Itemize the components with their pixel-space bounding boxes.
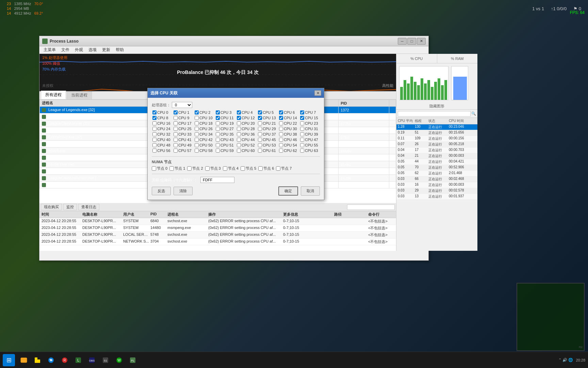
taskbar-game2[interactable]: L [72, 354, 84, 366]
cpu-37-item[interactable]: CPU 37 [257, 132, 278, 137]
cpu-24-checkbox[interactable] [152, 127, 157, 131]
cpu-41-item[interactable]: CPU 41 [173, 137, 193, 142]
cpu-45-item[interactable]: CPU 45 [257, 137, 278, 142]
cpu-62-item[interactable]: CPU 62 [278, 148, 299, 153]
cancel-button[interactable]: 取消 [301, 186, 320, 196]
numa-0-checkbox[interactable] [152, 166, 156, 171]
cpu-5-checkbox[interactable] [258, 110, 262, 114]
cpu-39-item[interactable]: CPU 39 [299, 132, 320, 137]
cpu-63-checkbox[interactable] [300, 149, 304, 153]
cpu-25-item[interactable]: CPU 25 [173, 126, 193, 131]
cpu-10-checkbox[interactable] [195, 116, 199, 120]
cpu-19-checkbox[interactable] [216, 121, 220, 125]
cpu-1-checkbox[interactable] [174, 110, 178, 114]
cpu-46-checkbox[interactable] [279, 138, 283, 142]
numa-4-item[interactable]: 节点 4 [223, 166, 239, 171]
cpu-56-checkbox[interactable] [152, 149, 157, 153]
cpu-42-item[interactable]: CPU 42 [194, 137, 214, 142]
cpu-7-checkbox[interactable] [300, 110, 304, 114]
cpu-14-item[interactable]: CPU 14 [278, 116, 299, 120]
cpu-20-item[interactable]: CPU 20 [236, 121, 257, 126]
cpu-39-checkbox[interactable] [300, 132, 304, 136]
cpu-38-checkbox[interactable] [279, 132, 283, 136]
start-button[interactable]: ⊞ [3, 354, 15, 366]
cpu-61-item[interactable]: CPU 61 [257, 148, 278, 153]
cpu-9-checkbox[interactable] [174, 116, 178, 120]
cpu-18-checkbox[interactable] [195, 121, 199, 125]
cpu-44-item[interactable]: CPU 44 [236, 137, 257, 142]
cpu-53-checkbox[interactable] [258, 143, 262, 147]
affinity-input[interactable] [200, 177, 234, 183]
cpu-46-item[interactable]: CPU 46 [278, 137, 299, 142]
taskbar-app3[interactable]: W [113, 354, 125, 366]
cpu-3-checkbox[interactable] [216, 110, 220, 114]
reverse-button[interactable]: 反选 [152, 187, 171, 195]
cpu-28-checkbox[interactable] [237, 127, 241, 131]
cpu-1-item[interactable]: CPU 1 [173, 110, 193, 115]
cpu-9-item[interactable]: CPU 9 [173, 116, 193, 120]
clear-button[interactable]: 清除 [174, 187, 193, 195]
cpu-59-checkbox[interactable] [216, 149, 220, 153]
cpu-6-item[interactable]: CPU 6 [278, 110, 299, 115]
cpu-3-item[interactable]: CPU 3 [215, 110, 235, 115]
numa-4-checkbox[interactable] [223, 166, 227, 171]
numa-7-checkbox[interactable] [276, 166, 280, 171]
cpu-54-item[interactable]: CPU 54 [278, 143, 299, 148]
cpu-16-checkbox[interactable] [152, 121, 157, 125]
cpu-55-checkbox[interactable] [300, 143, 304, 147]
cpu-17-checkbox[interactable] [174, 121, 178, 125]
cpu-49-item[interactable]: CPU 49 [173, 143, 193, 148]
cpu-50-item[interactable]: CPU 50 [194, 143, 214, 148]
processor-group-select[interactable]: 0 [172, 102, 192, 108]
numa-3-checkbox[interactable] [205, 166, 210, 171]
taskbar-explorer[interactable] [18, 354, 30, 366]
cpu-4-item[interactable]: CPU 4 [236, 110, 257, 115]
taskbar-game1[interactable]: R [59, 354, 71, 366]
cpu-22-item[interactable]: CPU 22 [278, 121, 299, 126]
cpu-45-checkbox[interactable] [258, 138, 262, 142]
cpu-26-checkbox[interactable] [195, 127, 199, 131]
cpu-29-item[interactable]: CPU 29 [257, 126, 278, 131]
cpu-62-checkbox[interactable] [279, 149, 283, 153]
cpu-49-checkbox[interactable] [174, 143, 178, 147]
cpu-31-item[interactable]: CPU 31 [299, 126, 320, 131]
taskbar-app2[interactable]: S1 [99, 354, 112, 366]
cpu-43-checkbox[interactable] [216, 138, 220, 142]
cpu-25-checkbox[interactable] [174, 127, 178, 131]
numa-3-item[interactable]: 节点 3 [205, 166, 221, 171]
cpu-16-item[interactable]: CPU 16 [152, 121, 172, 126]
cpu-8-item[interactable]: CPU 8 [152, 116, 172, 120]
cpu-42-checkbox[interactable] [195, 138, 199, 142]
cpu-20-checkbox[interactable] [237, 121, 241, 125]
numa-6-checkbox[interactable] [258, 166, 263, 171]
cpu-4-checkbox[interactable] [237, 110, 241, 114]
cpu-10-item[interactable]: CPU 10 [194, 116, 214, 120]
numa-0-item[interactable]: 节点 0 [152, 166, 167, 171]
cpu-60-checkbox[interactable] [237, 149, 241, 153]
cpu-58-item[interactable]: CPU 58 [194, 148, 214, 153]
cpu-52-checkbox[interactable] [237, 143, 241, 147]
taskbar-process-lasso[interactable]: PL [127, 354, 139, 366]
numa-1-item[interactable]: 节点 1 [169, 166, 185, 171]
numa-2-checkbox[interactable] [187, 166, 192, 171]
cpu-44-checkbox[interactable] [237, 138, 241, 142]
dialog-close-button[interactable]: ✕ [314, 90, 321, 96]
cpu-40-checkbox[interactable] [152, 138, 157, 142]
cpu-51-checkbox[interactable] [216, 143, 220, 147]
cpu-7-item[interactable]: CPU 7 [299, 110, 320, 115]
cpu-24-item[interactable]: CPU 24 [152, 126, 172, 131]
cpu-55-item[interactable]: CPU 55 [299, 143, 320, 148]
cpu-0-checkbox[interactable] [152, 110, 157, 114]
cpu-15-item[interactable]: CPU 15 [299, 116, 320, 120]
numa-2-item[interactable]: 节点 2 [187, 166, 203, 171]
cpu-58-checkbox[interactable] [195, 149, 199, 153]
numa-1-checkbox[interactable] [169, 166, 174, 171]
cpu-27-item[interactable]: CPU 27 [215, 126, 235, 131]
cpu-17-item[interactable]: CPU 17 [173, 121, 193, 126]
cpu-43-item[interactable]: CPU 43 [215, 137, 235, 142]
cpu-57-checkbox[interactable] [174, 149, 178, 153]
cpu-8-checkbox[interactable] [152, 116, 157, 120]
cpu-19-item[interactable]: CPU 19 [215, 121, 235, 126]
ok-button[interactable]: 确定 [278, 186, 298, 196]
cpu-51-item[interactable]: CPU 51 [215, 143, 235, 148]
